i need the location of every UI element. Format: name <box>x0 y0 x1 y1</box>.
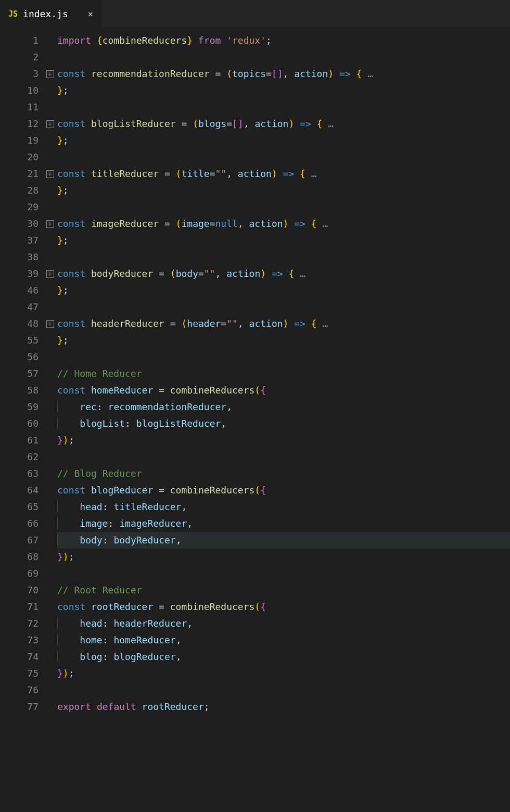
code-line[interactable]: blog: blogReducer, <box>57 649 510 665</box>
close-icon[interactable]: × <box>88 9 93 19</box>
line-number: 72 <box>0 615 43 632</box>
code-line[interactable]: body: bodyReducer, <box>57 532 510 549</box>
code-line[interactable]: // Blog Reducer <box>57 465 510 482</box>
tab-filename: index.js <box>23 8 68 19</box>
line-number: 71 <box>0 599 43 615</box>
code-line[interactable]: // Home Reducer <box>57 365 510 382</box>
code-line[interactable]: }); <box>57 432 510 449</box>
fold-expand-icon[interactable]: + <box>46 320 54 328</box>
line-number: 12 <box>0 116 43 132</box>
code-line[interactable] <box>57 299 510 315</box>
code-line[interactable]: blogList: blogListReducer, <box>57 415 510 432</box>
line-number: 21 <box>0 166 43 182</box>
line-number: 59 <box>0 399 43 415</box>
code-line[interactable]: const headerReducer = (header="", action… <box>57 315 510 332</box>
code-line[interactable]: head: titleReducer, <box>57 499 510 515</box>
line-number: 75 <box>0 665 43 682</box>
line-number: 19 <box>0 132 43 149</box>
code-line[interactable] <box>57 682 510 699</box>
js-file-icon: JS <box>8 9 18 19</box>
line-number: 62 <box>0 449 43 465</box>
line-number: 56 <box>0 349 43 365</box>
code-line[interactable]: }; <box>57 232 510 249</box>
fold-expand-icon[interactable]: + <box>46 120 54 128</box>
line-number: 64 <box>0 482 43 499</box>
line-number: 20 <box>0 149 43 166</box>
fold-gutter: ++++++ <box>43 28 57 812</box>
code-line[interactable]: const homeReducer = combineReducers({ <box>57 382 510 399</box>
line-number: 37 <box>0 232 43 249</box>
line-number: 61 <box>0 432 43 449</box>
code-line[interactable]: const titleReducer = (title="", action) … <box>57 166 510 182</box>
line-number: 30 <box>0 215 43 232</box>
code-line[interactable]: import {combineReducers} from 'redux'; <box>57 32 510 49</box>
code-line[interactable] <box>57 149 510 166</box>
line-number: 55 <box>0 332 43 349</box>
code-line[interactable]: const blogListReducer = (blogs=[], actio… <box>57 116 510 132</box>
line-number: 69 <box>0 565 43 582</box>
line-number: 2 <box>0 49 43 66</box>
fold-expand-icon[interactable]: + <box>46 70 54 78</box>
code-line[interactable] <box>57 49 510 66</box>
line-number: 48 <box>0 315 43 332</box>
line-number-gutter: 1231011121920212829303738394647485556575… <box>0 28 43 812</box>
code-line[interactable]: home: homeReducer, <box>57 632 510 649</box>
line-number: 3 <box>0 66 43 82</box>
code-line[interactable] <box>57 199 510 215</box>
line-number: 58 <box>0 382 43 399</box>
tab-bar: JS index.js × <box>0 0 510 28</box>
tab-index-js[interactable]: JS index.js × <box>0 0 101 28</box>
code-line[interactable]: }); <box>57 549 510 565</box>
line-number: 39 <box>0 265 43 282</box>
line-number: 29 <box>0 199 43 215</box>
code-line[interactable]: }; <box>57 332 510 349</box>
code-line[interactable]: // Root Reducer <box>57 582 510 599</box>
line-number: 77 <box>0 699 43 715</box>
line-number: 1 <box>0 32 43 49</box>
code-line[interactable]: const rootReducer = combineReducers({ <box>57 599 510 615</box>
line-number: 65 <box>0 499 43 515</box>
code-line[interactable] <box>57 565 510 582</box>
code-line[interactable]: rec: recommendationReducer, <box>57 399 510 415</box>
code-line[interactable]: image: imageReducer, <box>57 515 510 532</box>
line-number: 38 <box>0 249 43 265</box>
line-number: 47 <box>0 299 43 315</box>
fold-expand-icon[interactable]: + <box>46 220 54 228</box>
line-number: 11 <box>0 99 43 116</box>
code-line[interactable]: const imageReducer = (image=null, action… <box>57 215 510 232</box>
line-number: 76 <box>0 682 43 699</box>
code-line[interactable] <box>57 449 510 465</box>
line-number: 46 <box>0 282 43 299</box>
line-number: 74 <box>0 649 43 665</box>
code-line[interactable]: const recommendationReducer = (topics=[]… <box>57 66 510 82</box>
code-line[interactable]: const blogReducer = combineReducers({ <box>57 482 510 499</box>
line-number: 73 <box>0 632 43 649</box>
line-number: 70 <box>0 582 43 599</box>
code-line[interactable] <box>57 349 510 365</box>
line-number: 10 <box>0 82 43 99</box>
code-line[interactable]: head: headerReducer, <box>57 615 510 632</box>
code-line[interactable]: const bodyReducer = (body="", action) =>… <box>57 265 510 282</box>
code-line[interactable]: export default rootReducer; <box>57 699 510 715</box>
code-content[interactable]: import {combineReducers} from 'redux';co… <box>57 28 510 812</box>
fold-expand-icon[interactable]: + <box>46 270 54 278</box>
code-line[interactable]: }); <box>57 665 510 682</box>
code-editor[interactable]: 1231011121920212829303738394647485556575… <box>0 28 510 812</box>
code-line[interactable]: }; <box>57 182 510 199</box>
code-line[interactable]: }; <box>57 132 510 149</box>
line-number: 57 <box>0 365 43 382</box>
line-number: 66 <box>0 515 43 532</box>
code-line[interactable]: }; <box>57 82 510 99</box>
fold-expand-icon[interactable]: + <box>46 170 54 178</box>
line-number: 63 <box>0 465 43 482</box>
code-line[interactable] <box>57 249 510 265</box>
line-number: 28 <box>0 182 43 199</box>
code-line[interactable]: }; <box>57 282 510 299</box>
line-number: 67 <box>0 532 43 549</box>
line-number: 60 <box>0 415 43 432</box>
line-number: 68 <box>0 549 43 565</box>
code-line[interactable] <box>57 99 510 116</box>
